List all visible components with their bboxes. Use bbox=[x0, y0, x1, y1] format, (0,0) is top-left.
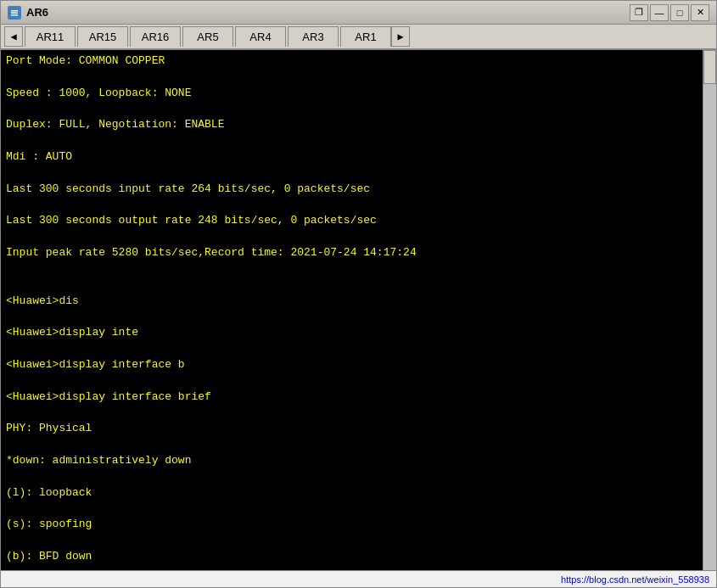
app-icon bbox=[8, 6, 21, 20]
tab-ar3[interactable]: AR3 bbox=[288, 26, 339, 47]
line-7: Input peak rate 5280 bits/sec,Record tim… bbox=[6, 245, 711, 261]
svg-rect-3 bbox=[11, 14, 18, 16]
window: AR6 ❐ — □ ✕ ◀ AR11 AR15 AR16 AR5 AR4 AR3… bbox=[0, 0, 717, 588]
tab-right-arrow[interactable]: ▶ bbox=[391, 26, 410, 47]
line-3: Duplex: FULL, Negotiation: ENABLE bbox=[6, 117, 711, 133]
line-5: Last 300 seconds input rate 264 bits/sec… bbox=[6, 182, 711, 198]
line-14: (l): loopback bbox=[6, 485, 711, 501]
line-10: <Huawei>display interface b bbox=[6, 357, 711, 373]
title-bar: AR6 ❐ — □ ✕ bbox=[1, 1, 716, 25]
line-15: (s): spoofing bbox=[6, 517, 711, 533]
line-6: Last 300 seconds output rate 248 bits/se… bbox=[6, 213, 711, 229]
tab-ar11[interactable]: AR11 bbox=[25, 26, 76, 47]
window-title: AR6 bbox=[26, 6, 48, 19]
scrollbar-track[interactable] bbox=[703, 50, 716, 570]
main-content: Port Mode: COMMON COPPER Speed : 1000, L… bbox=[1, 50, 716, 570]
scrollbar-thumb[interactable] bbox=[703, 50, 716, 84]
status-bar: https://blog.csdn.net/weixin_558938 bbox=[1, 570, 716, 587]
tab-ar16[interactable]: AR16 bbox=[130, 26, 181, 47]
status-url: https://blog.csdn.net/weixin_558938 bbox=[561, 574, 709, 585]
svg-rect-1 bbox=[11, 10, 18, 12]
window-controls: ❐ — □ ✕ bbox=[630, 4, 709, 21]
minimize-button[interactable]: — bbox=[650, 4, 669, 21]
line-2: Speed : 1000, Loopback: NONE bbox=[6, 86, 711, 102]
line-11: <Huawei>display interface brief bbox=[6, 389, 711, 406]
terminal[interactable]: Port Mode: COMMON COPPER Speed : 1000, L… bbox=[1, 50, 716, 570]
close-button[interactable]: ✕ bbox=[691, 4, 709, 21]
line-9: <Huawei>display inte bbox=[6, 325, 711, 341]
title-bar-left: AR6 bbox=[8, 6, 48, 20]
restore-button[interactable]: ❐ bbox=[630, 4, 648, 21]
line-4: Mdi : AUTO bbox=[6, 149, 711, 165]
line-12: PHY: Physical bbox=[6, 421, 711, 437]
line-13: *down: administratively down bbox=[6, 453, 711, 469]
line-8: <Huawei>dis bbox=[6, 294, 711, 310]
tab-ar5[interactable]: AR5 bbox=[182, 26, 233, 47]
tab-ar1[interactable]: AR1 bbox=[340, 26, 391, 47]
maximize-button[interactable]: □ bbox=[670, 4, 689, 21]
line-1: Port Mode: COMMON COPPER bbox=[6, 53, 711, 70]
tab-left-arrow[interactable]: ◀ bbox=[4, 26, 23, 47]
tab-ar4[interactable]: AR4 bbox=[235, 26, 286, 47]
svg-rect-2 bbox=[11, 12, 18, 14]
tab-bar: ◀ AR11 AR15 AR16 AR5 AR4 AR3 AR1 ▶ bbox=[1, 25, 716, 50]
line-16: (b): BFD down bbox=[6, 549, 711, 565]
tab-ar15[interactable]: AR15 bbox=[77, 26, 128, 47]
